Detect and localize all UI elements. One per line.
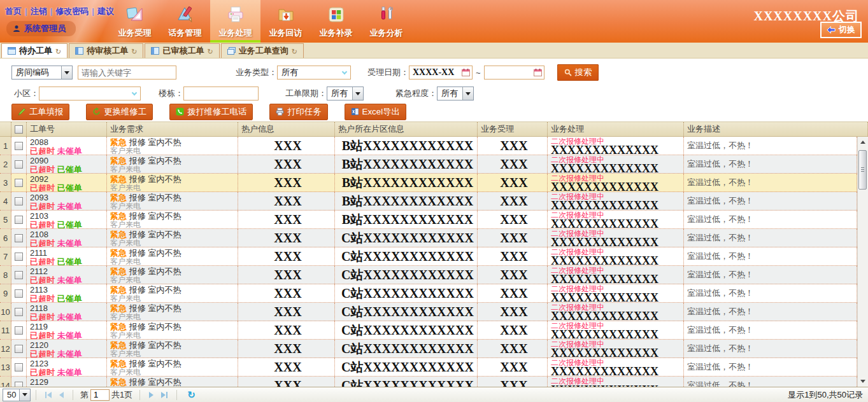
heat-user-cell: XXX <box>238 266 335 284</box>
col-accept[interactable]: 业务受理 <box>478 122 548 136</box>
tab-refresh-icon[interactable] <box>131 46 137 56</box>
orders-table: 工单号 业务需求 热户信息 热户所在片区信息 业务受理 业务处理 业务描述 1 … <box>0 121 868 387</box>
deadline-select[interactable]: 所有 <box>327 87 364 100</box>
tab-pending-orders[interactable]: 待办工单 <box>1 43 68 58</box>
description-cell: 室温过低，不热！ <box>684 247 857 265</box>
row-checkbox[interactable] <box>15 253 23 261</box>
keyword-input[interactable] <box>78 66 176 80</box>
nav-item-business-accept[interactable]: 业务受理 <box>110 0 160 43</box>
tab-refresh-icon[interactable] <box>292 46 297 56</box>
table-row[interactable]: 6 2108 已超时 未催单 紧急 报修 室内不热 客户来电 XXX C站XXX… <box>0 229 857 247</box>
row-checkbox-cell <box>11 155 27 173</box>
date-to-field[interactable] <box>484 66 544 80</box>
row-checkbox[interactable] <box>15 216 23 224</box>
remind-flag: 未催单 <box>57 312 82 321</box>
page-size-select[interactable]: 50 <box>3 389 31 401</box>
table-row[interactable]: 9 2113 已超时 已催单 紧急 报修 室内不热 客户来电 XXX C站XXX… <box>0 284 857 303</box>
col-description[interactable]: 业务描述 <box>684 122 868 136</box>
date-from-field[interactable]: XXXX-XX <box>409 66 473 80</box>
process-detail: XXXXXXXXXXXXX <box>551 367 683 376</box>
change-password-link[interactable]: 修改密码 <box>55 6 97 16</box>
logout-link[interactable]: 注销 <box>31 6 56 16</box>
row-checkbox[interactable] <box>15 289 23 298</box>
tab-order-query[interactable]: 业务工单查询 <box>221 43 304 58</box>
fill-order-button[interactable]: 工单填报 <box>11 104 69 120</box>
tab-refresh-icon[interactable] <box>55 46 61 56</box>
table-row[interactable]: 7 2111 已超时 已催单 紧急 报修 室内不热 客户来电 XXX C站XXX… <box>0 247 857 266</box>
urgency-select[interactable]: 所有 <box>437 87 474 100</box>
col-process[interactable]: 业务处理 <box>548 122 684 136</box>
select-all-checkbox[interactable] <box>15 125 23 134</box>
scroll-up-arrow-icon[interactable] <box>858 137 868 148</box>
col-heat-user[interactable]: 热户信息 <box>238 122 335 136</box>
refresh-icon[interactable] <box>187 389 196 401</box>
col-area-info[interactable]: 热户所在片区信息 <box>335 122 478 136</box>
scroll-down-arrow-icon[interactable] <box>858 376 868 387</box>
switch-button[interactable]: 切换 <box>820 22 862 38</box>
tab-awaiting-review-orders[interactable]: 待审核工单 <box>69 43 143 58</box>
suggestion-link[interactable]: 建议 <box>97 6 114 16</box>
col-order-no[interactable]: 工单号 <box>27 122 107 136</box>
row-checkbox[interactable] <box>15 197 23 205</box>
tab-refresh-icon[interactable] <box>207 46 213 56</box>
calendar-icon[interactable] <box>462 69 470 76</box>
timeout-flag: 已超时 <box>30 349 55 357</box>
timeout-flag: 已超时 <box>30 183 55 191</box>
scrollbar-thumb[interactable] <box>858 150 867 190</box>
row-checkbox[interactable] <box>15 179 23 187</box>
row-checkbox-cell <box>11 229 27 247</box>
print-task-button[interactable]: 打印任务 <box>269 104 327 120</box>
first-page-button[interactable] <box>45 392 52 398</box>
table-row[interactable]: 12 2120 已超时 未催单 紧急 报修 室内不热 客户来电 XXX C站XX… <box>0 340 857 358</box>
search-field-select[interactable]: 房间编码 <box>11 66 73 80</box>
change-repairman-button[interactable]: 更换维修工 <box>86 104 153 120</box>
row-checkbox[interactable] <box>15 271 23 279</box>
area-info-cell: B站XXXXXXXXXXXX <box>335 174 478 191</box>
table-row[interactable]: 13 2123 已超时 未催单 紧急 报修 室内不热 客户来电 XXX C站XX… <box>0 358 857 377</box>
row-checkbox[interactable] <box>15 160 23 169</box>
header-links: 首页注销修改密码建议 <box>5 6 114 17</box>
row-checkbox[interactable] <box>15 326 23 335</box>
community-select[interactable] <box>39 87 141 100</box>
tab-reviewed-orders[interactable]: 已审核工单 <box>145 43 219 58</box>
table-row[interactable]: 4 2093 已超时 未催单 紧急 报修 室内不热 客户来电 XXX B站XXX… <box>0 192 857 211</box>
page-number-input[interactable] <box>90 389 110 401</box>
row-checkbox[interactable] <box>15 382 23 387</box>
vertical-scrollbar[interactable] <box>857 137 868 387</box>
table-row[interactable]: 5 2103 已超时 已催单 紧急 报修 室内不热 客户来电 XXX B站XXX… <box>0 211 857 229</box>
table-row[interactable]: 2 2090 已超时 已催单 紧急 报修 室内不热 客户来电 XXX B站XXX… <box>0 155 857 174</box>
source-text: 客户来电 <box>110 331 238 339</box>
next-page-button[interactable] <box>149 392 153 398</box>
search-button[interactable]: 搜索 <box>557 64 599 81</box>
prev-page-button[interactable] <box>59 392 64 398</box>
description-cell: 室温过低，不热！ <box>684 229 857 247</box>
call-repairman-button[interactable]: 拨打维修工电话 <box>169 104 253 120</box>
table-row[interactable]: 1 2088 已超时 未催单 紧急 报修 室内不热 客户来电 XXX B站XXX… <box>0 137 857 155</box>
row-checkbox[interactable] <box>15 345 23 353</box>
order-cell: 2092 已超时 已催单 <box>27 174 107 191</box>
nav-item-business-process[interactable]: 业务处理 <box>210 0 260 43</box>
row-checkbox[interactable] <box>15 142 23 150</box>
nav-item-business-return-visit[interactable]: 业务回访 <box>260 0 311 43</box>
row-checkbox[interactable] <box>15 308 23 316</box>
nav-item-business-analysis[interactable]: 业务分析 <box>361 0 411 43</box>
business-type-select[interactable]: 所有 <box>277 66 351 80</box>
table-row[interactable]: 3 2092 已超时 已催单 紧急 报修 室内不热 客户来电 XXX B站XXX… <box>0 174 857 192</box>
excel-export-button[interactable]: Excel导出 <box>345 104 406 120</box>
nav-item-business-supplement[interactable]: 业务补录 <box>311 0 361 43</box>
dropdown-arrow-icon <box>19 389 30 401</box>
row-checkbox[interactable] <box>15 363 23 371</box>
remind-flag: 已催单 <box>57 220 82 228</box>
table-row[interactable]: 11 2119 已超时 未催单 紧急 报修 室内不热 客户来电 XXX C站XX… <box>0 321 857 340</box>
col-demand[interactable]: 业务需求 <box>107 122 238 136</box>
table-row[interactable]: 14 2129 已超时 未催单 紧急 报修 室内不热 客户来电 XXX C站XX… <box>0 377 857 387</box>
nav-item-call-management[interactable]: 话务管理 <box>160 0 210 43</box>
row-checkbox[interactable] <box>15 234 23 242</box>
table-row[interactable]: 10 2118 已超时 未催单 紧急 报修 室内不热 客户来电 XXX C站XX… <box>0 303 857 321</box>
last-page-button[interactable] <box>161 392 167 398</box>
building-input[interactable] <box>183 87 259 100</box>
table-row[interactable]: 8 2112 已超时 未催单 紧急 报修 室内不热 客户来电 XXX C站XXX… <box>0 266 857 284</box>
calendar-icon[interactable] <box>534 69 542 76</box>
home-link[interactable]: 首页 <box>5 6 31 16</box>
page-prefix-label: 第 <box>80 389 89 401</box>
